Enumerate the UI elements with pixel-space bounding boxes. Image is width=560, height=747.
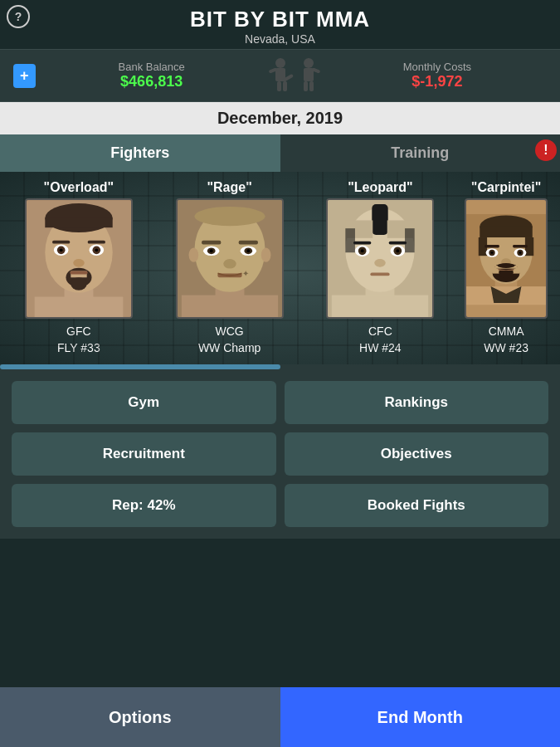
svg-rect-7: [304, 68, 314, 81]
add-money-button[interactable]: +: [13, 64, 36, 88]
help-icon[interactable]: ?: [7, 5, 30, 28]
app-header: ? BIT BY BIT MMA Nevada, USA: [0, 0, 560, 49]
fighters-scroll-bar[interactable]: [0, 364, 560, 369]
svg-point-64: [397, 249, 400, 252]
svg-rect-10: [309, 81, 314, 91]
svg-point-43: [223, 259, 236, 269]
svg-point-91: [498, 263, 515, 268]
fighter-card-carpintei[interactable]: "Carpintei": [465, 180, 548, 356]
fighter-info-overload: GFC FLY #33: [12, 324, 145, 356]
svg-rect-66: [371, 272, 390, 276]
fighter-card-leopard[interactable]: "Leopard": [314, 180, 446, 356]
fighter-icon: [261, 55, 328, 96]
svg-point-46: [188, 247, 198, 261]
fighter-portrait-carpintei: [465, 198, 548, 319]
fighter-card-rage[interactable]: "Rage": [163, 180, 296, 356]
monthly-costs-value: $-1,972: [328, 73, 547, 90]
svg-point-65: [375, 259, 387, 267]
add-money-section: +: [13, 64, 42, 88]
svg-rect-77: [513, 245, 528, 248]
svg-text:✦: ✦: [241, 269, 248, 278]
svg-rect-16: [45, 218, 112, 228]
fighter-nickname-carpintei: "Carpintei": [465, 180, 548, 195]
fighters-row: "Overload": [0, 180, 560, 356]
svg-point-47: [261, 247, 270, 261]
fighter-card-overload[interactable]: "Overload": [12, 180, 145, 356]
svg-rect-76: [485, 245, 499, 248]
svg-point-29: [71, 277, 86, 290]
svg-point-24: [95, 248, 98, 251]
fighter-face-carpintei: [466, 200, 546, 317]
fighter-face-leopard: [328, 200, 432, 317]
fighter-silhouette-icon: [265, 55, 324, 96]
fighter-info-carpintei: CMMA WW #23: [465, 324, 548, 356]
gym-button[interactable]: Gym: [12, 381, 276, 424]
options-button[interactable]: Options: [0, 687, 280, 747]
objectives-button[interactable]: Objectives: [285, 432, 549, 476]
fighter-portrait-overload: [25, 198, 133, 319]
monthly-costs-section: Monthly Costs $-1,972: [328, 61, 547, 90]
svg-point-15: [45, 203, 112, 232]
fighter-face-rage: ✦: [178, 200, 282, 317]
svg-rect-18: [88, 241, 105, 244]
svg-rect-35: [202, 241, 221, 245]
svg-point-83: [519, 251, 522, 254]
month-bar: December, 2019: [0, 102, 560, 134]
fighter-nickname-overload: "Overload": [12, 180, 145, 195]
svg-point-63: [361, 249, 364, 252]
tab-training[interactable]: Training: [280, 134, 561, 172]
rankings-button[interactable]: Rankings: [285, 381, 549, 424]
fighter-face-overload: [27, 200, 131, 317]
svg-rect-50: [332, 295, 428, 317]
bottom-bar: Options End Month: [0, 687, 560, 747]
svg-rect-73: [480, 227, 533, 237]
end-month-button[interactable]: End Month: [280, 687, 561, 747]
monthly-costs-label: Monthly Costs: [328, 61, 547, 73]
fighter-nickname-rage: "Rage": [163, 180, 296, 195]
svg-point-41: [209, 249, 212, 252]
svg-rect-9: [304, 81, 308, 91]
fighter-info-leopard: CFC HW #24: [314, 324, 446, 356]
svg-rect-28: [70, 271, 87, 275]
svg-point-6: [304, 58, 314, 68]
bank-balance-section: Bank Balance $466,813: [42, 61, 261, 90]
svg-rect-13: [35, 297, 124, 317]
svg-point-34: [194, 207, 265, 226]
svg-rect-57: [353, 242, 371, 245]
app-title: BIT BY BIT MMA: [0, 7, 560, 32]
fighter-info-rage: WCG WW Champ: [163, 324, 296, 356]
svg-point-42: [246, 249, 250, 252]
current-month: December, 2019: [217, 109, 343, 127]
training-alert-badge: !: [535, 139, 557, 161]
tabs-bar: Fighters Training !: [0, 134, 560, 172]
svg-rect-32: [181, 295, 277, 317]
svg-rect-55: [346, 228, 356, 252]
svg-point-25: [73, 259, 85, 267]
svg-rect-3: [277, 81, 281, 91]
fighter-portrait-leopard: [326, 198, 434, 319]
fighters-area: "Overload": [0, 172, 560, 369]
scroll-position: [0, 364, 280, 369]
svg-point-23: [60, 248, 63, 251]
recruitment-button[interactable]: Recruitment: [12, 432, 276, 476]
svg-point-82: [491, 251, 494, 254]
app-subtitle: Nevada, USA: [0, 32, 560, 46]
svg-rect-52: [373, 204, 388, 235]
bank-bar: + Bank Balance $466,813: [0, 49, 560, 102]
svg-rect-58: [389, 242, 407, 245]
rep-button[interactable]: Rep: 42%: [12, 484, 276, 527]
buttons-grid: Gym Rankings Recruitment Objectives Rep:…: [0, 369, 560, 539]
fighter-portrait-rage: ✦: [176, 198, 284, 319]
svg-rect-4: [283, 81, 287, 91]
svg-rect-17: [52, 241, 70, 244]
bank-balance-value: $466,813: [42, 73, 261, 90]
bank-balance-label: Bank Balance: [42, 61, 261, 73]
fighter-nickname-leopard: "Leopard": [314, 180, 446, 195]
tab-fighters[interactable]: Fighters: [0, 134, 280, 172]
svg-rect-56: [405, 228, 415, 252]
svg-point-0: [275, 58, 285, 68]
svg-rect-36: [238, 241, 257, 245]
booked-fights-button[interactable]: Booked Fights: [285, 484, 549, 527]
